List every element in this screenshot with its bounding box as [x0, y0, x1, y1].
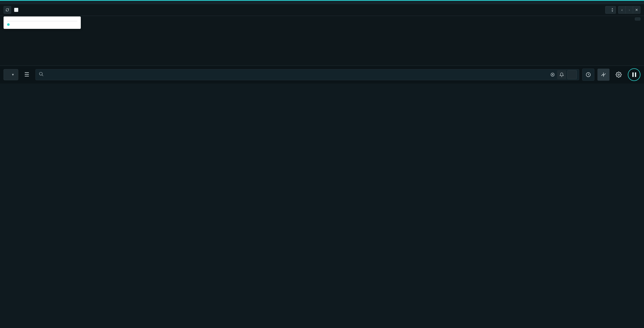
- bottom-bar: ▼ ☰: [0, 66, 644, 84]
- search-field-wrap: [35, 69, 579, 80]
- time-start-pill[interactable]: [4, 17, 9, 20]
- chart-panel[interactable]: [0, 16, 644, 66]
- pause-button[interactable]: [628, 68, 640, 81]
- alerts-button[interactable]: [557, 70, 566, 79]
- time-now-pill[interactable]: [635, 17, 640, 20]
- caret-icon: ▲▼: [611, 7, 614, 12]
- auto-refresh-checkbox[interactable]: [14, 8, 18, 12]
- time-prev-button[interactable]: ‹: [618, 6, 626, 14]
- clear-search-button[interactable]: [548, 70, 557, 79]
- time-nav-group: ‹ › ✕: [618, 6, 640, 14]
- search-input[interactable]: [47, 72, 548, 77]
- refresh-button[interactable]: [4, 6, 11, 14]
- timeline-mode-button[interactable]: [582, 69, 594, 81]
- svg-point-0: [40, 72, 43, 75]
- svg-point-7: [618, 74, 619, 75]
- chart-mode-button[interactable]: [597, 69, 610, 81]
- settings-button[interactable]: [613, 69, 625, 81]
- log-panel: [0, 1, 644, 4]
- systems-dropdown[interactable]: ▼: [4, 69, 18, 80]
- time-close-button[interactable]: ✕: [633, 6, 640, 14]
- chart-controls-bar: ▲▼ ‹ › ✕: [0, 4, 644, 16]
- search-icon: [39, 72, 44, 78]
- time-range-select[interactable]: ▲▼: [605, 6, 616, 14]
- menu-button[interactable]: ☰: [21, 69, 32, 80]
- caret-down-icon: ▼: [11, 73, 14, 76]
- time-next-button[interactable]: ›: [626, 6, 633, 14]
- pause-icon: [632, 72, 636, 77]
- search-button[interactable]: [567, 70, 577, 79]
- events-line-chart[interactable]: [4, 18, 640, 62]
- svg-line-1: [42, 75, 43, 76]
